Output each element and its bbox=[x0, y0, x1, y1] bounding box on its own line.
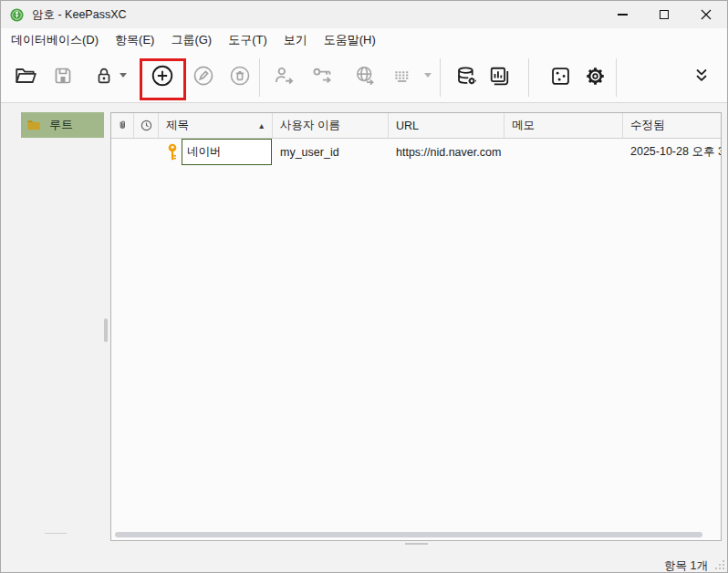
column-notes-label: 메모 bbox=[512, 118, 535, 133]
open-url-icon bbox=[353, 64, 377, 88]
toolbar-separator bbox=[616, 58, 617, 97]
password-generator-button[interactable] bbox=[544, 59, 577, 92]
close-icon bbox=[701, 9, 712, 20]
column-header-attachments[interactable] bbox=[111, 113, 134, 138]
autotype-button[interactable] bbox=[387, 59, 420, 92]
menu-database[interactable]: 데이터베이스(D) bbox=[3, 28, 107, 52]
autotype-dropdown-arrow-icon[interactable] bbox=[424, 73, 432, 78]
attachment-cell bbox=[111, 139, 134, 165]
edit-entry-icon bbox=[192, 64, 215, 88]
column-header-url[interactable]: URL bbox=[389, 113, 504, 138]
delete-entry-button[interactable] bbox=[224, 59, 256, 92]
sort-ascending-icon: ▲ bbox=[258, 121, 265, 130]
clock-icon bbox=[140, 119, 153, 132]
lock-dropdown-arrow-icon[interactable] bbox=[120, 73, 127, 78]
resize-grip-icon[interactable] bbox=[713, 558, 725, 570]
column-header-notes[interactable]: 메모 bbox=[504, 113, 623, 138]
preview-splitter-handle[interactable] bbox=[405, 543, 428, 545]
menu-tools[interactable]: 도구(T) bbox=[220, 28, 276, 52]
entry-table: 제목 ▲ 사용자 이름 URL 메모 수정됨 bbox=[110, 112, 722, 541]
modified-cell[interactable]: 2025-10-28 오후 3: bbox=[623, 139, 721, 165]
window-title: 암호 - KeePassXC bbox=[32, 7, 127, 23]
lock-icon bbox=[93, 65, 115, 87]
double-chevron-down-icon bbox=[691, 65, 712, 87]
reports-button[interactable] bbox=[483, 59, 515, 92]
column-title-label: 제목 bbox=[166, 118, 189, 133]
menu-groups[interactable]: 그룹(G) bbox=[162, 28, 220, 52]
title-edit-box[interactable]: 네이버 bbox=[182, 139, 272, 165]
username-cell[interactable]: my_user_id bbox=[273, 139, 389, 165]
paperclip-icon bbox=[116, 119, 130, 132]
autotype-keyboard-icon bbox=[391, 64, 415, 88]
titlebar: 암호 - KeePassXC bbox=[1, 1, 727, 28]
new-entry-button[interactable] bbox=[146, 59, 179, 92]
sidebar-bottom-splitter[interactable] bbox=[45, 533, 67, 534]
password-generator-dice-icon bbox=[548, 64, 573, 89]
entry-title-text: 네이버 bbox=[187, 144, 222, 160]
title-cell[interactable]: 네이버 bbox=[159, 139, 273, 165]
copy-username-button[interactable] bbox=[267, 59, 300, 92]
url-cell[interactable]: https://nid.naver.com bbox=[389, 139, 504, 165]
reports-icon bbox=[487, 64, 512, 89]
entry-row[interactable]: 네이버 my_user_id https://nid.naver.com 202… bbox=[111, 139, 721, 165]
horizontal-scrollbar[interactable] bbox=[115, 532, 702, 537]
toolbar-separator bbox=[259, 58, 260, 97]
column-modified-label: 수정됨 bbox=[630, 118, 665, 133]
notes-cell[interactable] bbox=[504, 139, 623, 165]
window-controls bbox=[601, 1, 727, 28]
keepassxc-window: 암호 - KeePassXC 데이터베이스(D) 항목(E) 그룹(G) 도구(… bbox=[0, 0, 728, 573]
open-url-button[interactable] bbox=[348, 59, 381, 92]
collapse-toolbar-button[interactable] bbox=[685, 59, 718, 92]
column-username-label: 사용자 이름 bbox=[280, 118, 340, 133]
database-settings-button[interactable] bbox=[450, 59, 483, 92]
copy-username-icon bbox=[272, 64, 296, 88]
main-area: 루트 제목 ▲ bbox=[1, 103, 727, 573]
column-header-username[interactable]: 사용자 이름 bbox=[273, 113, 389, 138]
menubar: 데이터베이스(D) 항목(E) 그룹(G) 도구(T) 보기 도움말(H) bbox=[1, 28, 727, 52]
entry-table-header: 제목 ▲ 사용자 이름 URL 메모 수정됨 bbox=[111, 113, 721, 139]
column-header-title[interactable]: 제목 ▲ bbox=[159, 113, 273, 138]
save-database-button[interactable] bbox=[47, 59, 79, 92]
toolbar-separator bbox=[528, 58, 529, 97]
lock-database-button[interactable] bbox=[88, 59, 120, 92]
settings-gear-icon bbox=[583, 64, 608, 89]
column-url-label: URL bbox=[396, 120, 419, 132]
minimize-icon bbox=[618, 14, 628, 15]
key-icon bbox=[163, 141, 182, 163]
open-database-button[interactable] bbox=[9, 59, 42, 92]
keepassxc-logo-icon bbox=[9, 7, 25, 23]
database-settings-icon bbox=[454, 64, 479, 89]
folder-icon bbox=[26, 117, 42, 133]
sidebar-splitter-handle[interactable] bbox=[104, 318, 108, 342]
copy-password-button[interactable] bbox=[306, 59, 338, 92]
menu-view[interactable]: 보기 bbox=[276, 28, 316, 52]
toolbar-separator bbox=[440, 58, 441, 97]
column-header-modified[interactable]: 수정됨 bbox=[623, 113, 721, 138]
save-database-icon bbox=[52, 65, 74, 87]
settings-button[interactable] bbox=[578, 59, 611, 92]
column-header-expiry[interactable] bbox=[134, 113, 159, 138]
edit-entry-button[interactable] bbox=[187, 59, 220, 92]
maximize-button[interactable] bbox=[643, 1, 685, 28]
status-entry-count: 항목 1개 bbox=[664, 558, 708, 573]
copy-password-icon bbox=[310, 64, 334, 88]
group-label: 루트 bbox=[49, 117, 73, 133]
menu-help[interactable]: 도움말(H) bbox=[316, 28, 384, 52]
open-database-icon bbox=[14, 64, 37, 88]
menu-entries[interactable]: 항목(E) bbox=[107, 28, 162, 52]
delete-entry-icon bbox=[228, 64, 252, 88]
sidebar-group-root[interactable]: 루트 bbox=[21, 112, 104, 138]
new-entry-icon bbox=[150, 63, 175, 89]
close-button[interactable] bbox=[685, 1, 727, 28]
maximize-icon bbox=[660, 10, 669, 19]
minimize-button[interactable] bbox=[601, 1, 643, 28]
toolbar bbox=[1, 52, 727, 103]
expiry-cell bbox=[134, 139, 159, 165]
